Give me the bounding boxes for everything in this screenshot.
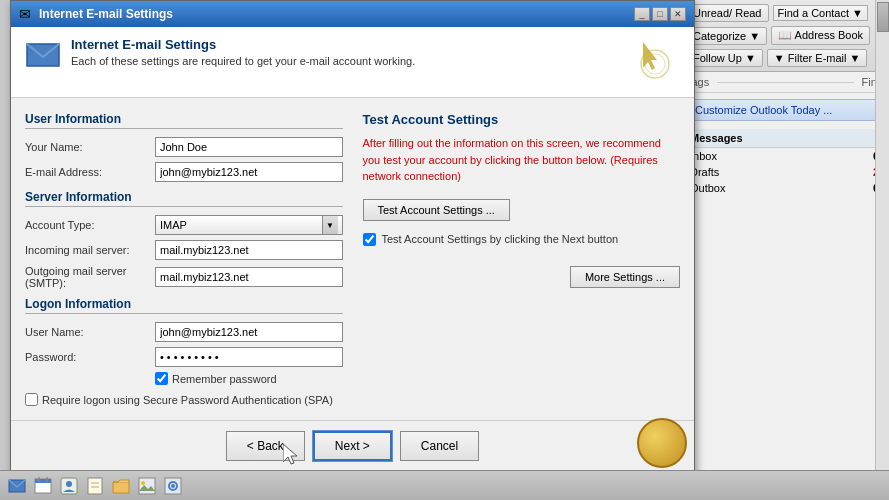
user-info-section-title: User Information xyxy=(25,112,343,129)
outgoing-label: Outgoing mail server (SMTP): xyxy=(25,265,155,289)
taskbar-icon-3[interactable] xyxy=(58,475,80,497)
test-account-description: After filling out the information on thi… xyxy=(363,135,681,185)
taskbar xyxy=(0,470,889,500)
outbox-label: Outbox xyxy=(686,180,835,196)
maximize-button[interactable]: □ xyxy=(652,7,668,21)
taskbar-icon-1[interactable] xyxy=(6,475,28,497)
email-input[interactable] xyxy=(155,162,343,182)
password-row: Password: xyxy=(25,347,343,367)
svg-point-16 xyxy=(141,481,145,485)
remember-password-checkbox[interactable] xyxy=(155,372,168,385)
scroll-thumb[interactable] xyxy=(877,2,889,32)
minimize-button[interactable]: _ xyxy=(634,7,650,21)
dialog-titlebar: ✉ Internet E-mail Settings _ □ ✕ xyxy=(11,1,694,27)
next-button[interactable]: Next > xyxy=(313,431,392,461)
username-label: User Name: xyxy=(25,326,155,338)
account-type-select[interactable]: IMAP ▼ xyxy=(155,215,343,235)
test-account-title: Test Account Settings xyxy=(363,112,681,127)
follow-up-button[interactable]: Follow Up ▼ xyxy=(686,49,763,67)
inbox-label: Inbox xyxy=(686,148,835,165)
envelope-icon: ✉ xyxy=(19,6,31,22)
remember-password-label: Remember password xyxy=(172,373,277,385)
customize-outlook-button[interactable]: Customize Outlook Today ... xyxy=(686,99,883,121)
messages-table: Messages Inbox 0 Drafts 2 Outbox 0 xyxy=(686,129,883,196)
taskbar-email-icon xyxy=(8,477,26,495)
incoming-label: Incoming mail server: xyxy=(25,244,155,256)
outlook-content: Customize Outlook Today ... Messages Inb… xyxy=(680,93,889,202)
dialog-title: Internet E-mail Settings xyxy=(39,7,173,21)
header-icon xyxy=(25,37,61,73)
test-account-settings-button[interactable]: Test Account Settings ... xyxy=(363,199,510,221)
messages-header: Messages xyxy=(686,129,883,148)
find-contact-button[interactable]: Find a Contact ▼ xyxy=(773,5,868,21)
header-text: Internet E-mail Settings Each of these s… xyxy=(71,37,415,67)
close-button[interactable]: ✕ xyxy=(670,7,686,21)
taskbar-icon-2[interactable] xyxy=(32,475,54,497)
outlook-panel: Unread/ Read Find a Contact ▼ Categorize… xyxy=(679,0,889,500)
dialog-header: Internet E-mail Settings Each of these s… xyxy=(11,27,694,98)
taskbar-contacts-icon xyxy=(60,477,78,495)
taskbar-settings-icon xyxy=(164,477,182,495)
cursor-decoration-icon xyxy=(635,40,675,84)
inbox-row[interactable]: Inbox 0 xyxy=(686,148,883,165)
email-row: E-mail Address: xyxy=(25,162,343,182)
outbox-row[interactable]: Outbox 0 xyxy=(686,180,883,196)
password-input[interactable] xyxy=(155,347,343,367)
header-description: Each of these settings are required to g… xyxy=(71,55,415,67)
spa-label: Require logon using Secure Password Auth… xyxy=(42,394,333,406)
unread-read-button[interactable]: Unread/ Read xyxy=(686,4,769,22)
tags-find-section: Tags Find xyxy=(680,72,889,93)
logon-info-section-title: Logon Information xyxy=(25,297,343,314)
svg-rect-15 xyxy=(139,478,155,494)
taskbar-icon-5[interactable] xyxy=(110,475,132,497)
test-next-label: Test Account Settings by clicking the Ne… xyxy=(382,233,619,245)
cursor-icon-area xyxy=(630,37,680,87)
username-input[interactable] xyxy=(155,322,343,342)
drafts-row[interactable]: Drafts 2 xyxy=(686,164,883,180)
server-info-section-title: Server Information xyxy=(25,190,343,207)
outlook-toolbar: Unread/ Read Find a Contact ▼ Categorize… xyxy=(680,0,889,72)
your-name-input[interactable] xyxy=(155,137,343,157)
taskbar-icon-4[interactable] xyxy=(84,475,106,497)
gold-circle-decoration xyxy=(637,418,687,468)
incoming-mail-row: Incoming mail server: xyxy=(25,240,343,260)
spa-checkbox[interactable] xyxy=(25,393,38,406)
email-settings-dialog: ✉ Internet E-mail Settings _ □ ✕ Interne… xyxy=(10,0,695,478)
taskbar-image-icon xyxy=(138,477,156,495)
svg-rect-12 xyxy=(88,478,102,494)
right-panel: Test Account Settings After filling out … xyxy=(363,112,681,406)
remember-password-row: Remember password xyxy=(155,372,343,385)
username-row: User Name: xyxy=(25,322,343,342)
left-panel: User Information Your Name: E-mail Addre… xyxy=(25,112,343,406)
outgoing-mail-input[interactable] xyxy=(155,267,343,287)
svg-point-11 xyxy=(66,481,72,487)
password-label: Password: xyxy=(25,351,155,363)
more-settings-area: More Settings ... xyxy=(363,266,681,288)
taskbar-folder-icon xyxy=(112,477,130,495)
taskbar-calendar-icon xyxy=(34,477,52,495)
outgoing-mail-row: Outgoing mail server (SMTP): xyxy=(25,265,343,289)
more-settings-button[interactable]: More Settings ... xyxy=(570,266,680,288)
address-book-icon: 📖 xyxy=(778,29,794,41)
test-next-row: Test Account Settings by clicking the Ne… xyxy=(363,233,681,246)
incoming-mail-input[interactable] xyxy=(155,240,343,260)
drafts-label: Drafts xyxy=(686,164,835,180)
your-name-label: Your Name: xyxy=(25,141,155,153)
cancel-button[interactable]: Cancel xyxy=(400,431,479,461)
back-button[interactable]: < Back xyxy=(226,431,305,461)
taskbar-icon-7[interactable] xyxy=(162,475,184,497)
filter-email-button[interactable]: ▼ Filter E-mail ▼ xyxy=(767,49,868,67)
test-next-checkbox[interactable] xyxy=(363,233,376,246)
find-contact-label: Find a Contact ▼ xyxy=(778,7,863,19)
categorize-button[interactable]: Categorize ▼ xyxy=(686,27,767,45)
account-type-value: IMAP xyxy=(160,219,187,231)
outlook-scrollbar[interactable] xyxy=(875,0,889,500)
svg-rect-7 xyxy=(35,479,51,483)
email-label: E-mail Address: xyxy=(25,166,155,178)
spa-row: Require logon using Secure Password Auth… xyxy=(25,393,343,406)
header-title: Internet E-mail Settings xyxy=(71,37,415,52)
address-book-button[interactable]: 📖 Address Book xyxy=(771,26,870,45)
taskbar-icon-6[interactable] xyxy=(136,475,158,497)
account-type-arrow[interactable]: ▼ xyxy=(322,216,338,234)
mail-icon xyxy=(25,37,61,73)
